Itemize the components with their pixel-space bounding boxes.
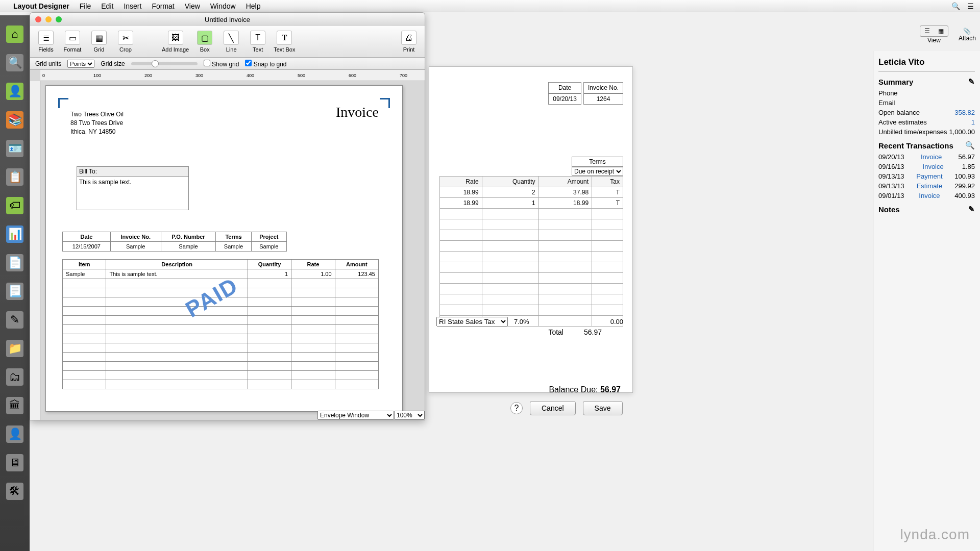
header-table[interactable]: Date Invoice No. P.O. Number Terms Proje… [62, 232, 287, 252]
edit-notes-icon[interactable]: ✎ [968, 205, 975, 214]
dock-edit-icon[interactable]: ✎ [6, 311, 23, 329]
text-button[interactable]: TText [247, 31, 268, 53]
envelope-select[interactable]: Envelope Window [317, 411, 394, 420]
menu-view[interactable]: View [185, 2, 200, 10]
dock-books-icon[interactable]: 📚 [6, 111, 23, 129]
vertical-ruler [30, 81, 40, 420]
amounts-table[interactable]: Rate Quantity Amount Tax 18.99 2 37.98 T… [439, 176, 623, 327]
balance-due: Balance Due: 56.97 [429, 385, 633, 394]
list-item: 09/16/13Invoice1.85 [878, 163, 975, 170]
snap-grid-check[interactable]: Snap to grid [245, 60, 286, 68]
date-label: Date [548, 82, 581, 93]
terms-select[interactable]: Due on receipt [572, 167, 623, 176]
company-block[interactable]: Two Trees Olive Oil 88 Two Trees Drive I… [70, 110, 124, 136]
invoice-no-value[interactable]: 1264 [583, 93, 623, 105]
attach-icon[interactable]: 📎 [959, 28, 976, 35]
invoice-heading[interactable]: Invoice [336, 104, 379, 120]
dock-chart-icon[interactable]: 📊 [6, 226, 23, 243]
customer-name: Leticia Vito [878, 57, 975, 67]
list-item: 09/13/13Payment100.93 [878, 172, 975, 180]
list-item: 09/01/13Invoice400.93 [878, 192, 975, 199]
menu-insert[interactable]: Insert [124, 2, 141, 10]
dock-search-icon[interactable]: 🔍 [6, 54, 23, 71]
corner-mark-tr [380, 98, 390, 108]
total-value: 56.97 [584, 328, 602, 336]
box-button[interactable]: ▢Box [194, 31, 215, 53]
menu-help[interactable]: Help [246, 2, 261, 10]
dock-monitor-icon[interactable]: 🖥 [6, 454, 23, 471]
terms-label: Terms [572, 157, 623, 167]
zoom-icon[interactable] [56, 16, 62, 22]
dock-clipboard-icon[interactable]: 📋 [6, 168, 23, 186]
view-label: View [920, 37, 948, 44]
search-trans-icon[interactable]: 🔍 [965, 141, 975, 150]
bill-to-field[interactable]: Bill To: This is sample text. [77, 166, 189, 210]
toolbar: ≣Fields ▭Format ▦Grid ✂Crop 🖼Add Image ▢… [30, 26, 425, 58]
add-image-button[interactable]: 🖼Add Image [162, 31, 189, 53]
fields-button[interactable]: ≣Fields [35, 31, 57, 53]
grid-units-select[interactable]: Points [67, 60, 94, 68]
open-balance-link[interactable]: 358.82 [954, 109, 975, 116]
brand-watermark: lynda.com [900, 527, 970, 543]
minimize-icon[interactable] [45, 16, 52, 22]
tax-amount: 0.00 [610, 318, 623, 325]
grid-size-slider[interactable] [131, 62, 198, 65]
notes-heading: Notes [878, 205, 900, 214]
corner-mark-tl [58, 98, 68, 108]
tax-rate: 7.0% [514, 318, 529, 325]
menu-format[interactable]: Format [152, 2, 174, 10]
dock-doc-icon[interactable]: 📄 [6, 254, 23, 271]
options-bar: Grid units Points Grid size Show grid Sn… [30, 58, 425, 70]
table-row: 18.99 1 18.99 T [440, 198, 623, 209]
dock-folder-icon[interactable]: 📁 [6, 340, 23, 357]
cancel-button[interactable]: Cancel [530, 401, 576, 415]
horizontal-ruler: 0 100 200 300 400 500 600 700 [40, 70, 425, 81]
tax-select[interactable]: RI State Sales Tax [436, 317, 508, 327]
show-grid-check[interactable]: Show grid [204, 60, 239, 68]
customer-sidebar: Leticia Vito Summary✎ Phone Email Open b… [873, 51, 980, 551]
menu-window[interactable]: Window [210, 2, 236, 10]
layout-designer-window: Untitled Invoice ≣Fields ▭Format ▦Grid ✂… [30, 12, 425, 420]
date-value[interactable]: 09/20/13 [548, 93, 581, 105]
summary-heading: Summary [878, 78, 913, 86]
print-button[interactable]: 🖨Print [398, 31, 420, 53]
zoom-select[interactable]: 100% [394, 411, 425, 420]
dock-tools-icon[interactable]: 🛠 [6, 483, 23, 500]
recent-heading: Recent Transactions [878, 141, 953, 150]
invoice-page[interactable]: Two Trees Olive Oil 88 Two Trees Drive I… [45, 85, 403, 412]
titlebar: Untitled Invoice [30, 13, 425, 26]
format-button[interactable]: ▭Format [62, 31, 83, 53]
dock-person-icon[interactable]: 👤 [6, 425, 23, 443]
spotlight-icon[interactable]: 🔍 [951, 2, 960, 10]
dock-user-icon[interactable]: 👤 [6, 83, 23, 100]
dock-page-icon[interactable]: 📃 [6, 283, 23, 300]
help-button[interactable]: ? [510, 402, 523, 414]
view-toggle[interactable]: ☰▦ [920, 26, 948, 37]
menu-edit[interactable]: Edit [101, 2, 113, 10]
save-button[interactable]: Save [583, 401, 623, 415]
dock-tag-icon[interactable]: 🏷 [6, 197, 23, 214]
dock-id-icon[interactable]: 🪪 [6, 140, 23, 157]
close-icon[interactable] [35, 16, 41, 22]
grid-button[interactable]: ▦Grid [88, 31, 110, 53]
dock-home-icon[interactable]: ⌂ [6, 26, 23, 43]
list-item: 09/20/13Invoice56.97 [878, 153, 975, 161]
textbox-button[interactable]: 𝐓Text Box [274, 31, 295, 53]
active-estimates-link[interactable]: 1 [971, 118, 975, 126]
dock-stack-icon[interactable]: 🗂 [6, 368, 23, 386]
menu-file[interactable]: File [80, 2, 91, 10]
menu-extras-icon[interactable]: ☰ [967, 2, 974, 10]
line-button[interactable]: ╲Line [220, 31, 242, 53]
menubar: Layout Designer File Edit Insert Format … [0, 0, 980, 12]
edit-summary-icon[interactable]: ✎ [968, 77, 975, 86]
app-menu[interactable]: Layout Designer [13, 2, 69, 10]
left-dock: ⌂ 🔍 👤 📚 🪪 📋 🏷 📊 📄 📃 ✎ 📁 🗂 🏛 👤 🖥 🛠 [0, 15, 30, 551]
canvas-area: 0 100 200 300 400 500 600 700 Two Trees … [30, 70, 425, 420]
crop-button[interactable]: ✂Crop [115, 31, 136, 53]
grid-units-label: Grid units [35, 60, 61, 67]
window-title: Untitled Invoice [205, 16, 250, 23]
attach-label: Attach [959, 35, 976, 42]
side-toolbar: ☰▦ View 📎 Attach [920, 26, 976, 44]
dock-bank-icon[interactable]: 🏛 [6, 397, 23, 414]
list-item: 09/13/13Estimate299.92 [878, 182, 975, 190]
